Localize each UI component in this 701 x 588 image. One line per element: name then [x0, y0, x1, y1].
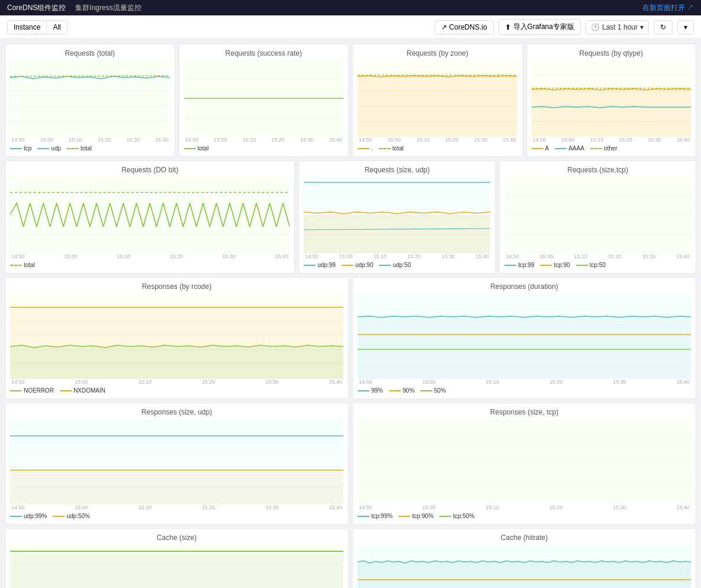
x-axis-requests-total: 14:5015:0015:1015:2015:3015:40 — [10, 137, 170, 143]
toolbar: Instance All ↗ CoreDNS.io ⬆ 导入Grafana专家版… — [0, 15, 701, 39]
nav-ingress[interactable]: 集群Ingress流量监控 — [75, 3, 141, 13]
legend-requests-qtype: A AAAA other — [532, 145, 692, 152]
external-link-icon: ↗ — [441, 23, 447, 31]
time-picker[interactable]: 🕐 Last 1 hour ▾ — [586, 20, 649, 34]
chart-cache-hitrate — [358, 544, 691, 588]
panel-title-cache-hitrate: Cache (hitrate) — [358, 534, 691, 542]
legend-requests-zone: . total — [358, 145, 517, 152]
panel-title-requests-size-tcp: Requests (size,tcp) — [504, 166, 691, 174]
chart-cache-size — [10, 544, 343, 588]
instance-value-btn[interactable]: All — [47, 21, 66, 34]
panel-responses-size-tcp: Responses (size, tcp) 14:5015:0015:1015:… — [352, 403, 696, 525]
panel-title-requests-success: Requests (success rate) — [184, 49, 344, 57]
legend-requests-size-tcp: tcp:99 tcp:90 tcp:50 — [504, 262, 691, 268]
panel-title-requests-qtype: Requests (by qtype) — [532, 49, 692, 57]
chart-requests-success — [184, 60, 344, 137]
x-axis-responses-size-tcp: 14:5015:0015:1015:2015:3015:40 — [358, 505, 691, 510]
x-axis-requests-size-tcp: 14:5015:0015:1015:2015:3015:40 — [504, 253, 691, 259]
legend-responses-rcode: NOERROR NXDOMAIN — [10, 387, 343, 394]
panel-title-responses-rcode: Responses (by rcode) — [10, 282, 343, 291]
clock-icon: 🕐 — [591, 23, 600, 31]
row-4: Responses (size, udp) 14:5015:0015:1015:… — [5, 403, 696, 525]
panel-title-cache-size: Cache (size) — [10, 534, 343, 542]
x-axis-do-bit: 14:5015:0015:1015:2015:3015:40 — [10, 253, 290, 259]
svg-marker-14 — [358, 76, 517, 137]
legend-requests-total: tcp udp total — [10, 145, 170, 152]
time-label: Last 1 hour — [602, 23, 638, 31]
legend-responses-duration: 99% 90% 50% — [358, 387, 691, 394]
chart-responses-size-tcp — [358, 419, 691, 505]
svg-marker-70 — [358, 561, 691, 588]
legend-requests-success: total — [184, 145, 344, 152]
x-axis-responses-duration: 14:5015:0015:1015:2015:3015:40 — [358, 379, 691, 385]
svg-rect-0 — [10, 60, 170, 137]
panel-requests-zone: Requests (by zone) 14:5015:0015:1015:201… — [352, 44, 523, 157]
x-axis-requests-success: 14:5015:0015:1015:2015:3015:40 — [184, 137, 344, 143]
legend-requests-size-udp: udp:99 udp:90 udp:50 — [304, 262, 490, 268]
grafana-import-btn[interactable]: ⬆ 导入Grafana专家版 — [499, 19, 581, 35]
x-axis-responses-size-udp: 14:5015:0015:1015:2015:3015:40 — [10, 505, 343, 510]
x-axis-requests-zone: 14:5015:0015:1015:2015:3015:40 — [358, 137, 517, 143]
row-3: Responses (by rcode) — [5, 277, 696, 399]
dashboard: Requests (total) 14:5015:0015:1015:2015:… — [0, 39, 701, 588]
panel-requests-success: Requests (success rate) 14:5015:0015:101… — [179, 44, 349, 157]
panel-title-responses-duration: Responses (duration) — [358, 282, 691, 291]
panel-title-requests-zone: Requests (by zone) — [358, 49, 517, 57]
refresh-btn[interactable]: ↻ — [654, 20, 673, 34]
panel-responses-duration: Responses (duration) — [352, 277, 696, 399]
x-axis-requests-size-udp: 14:5015:0015:1015:2015:3015:40 — [304, 253, 490, 259]
panel-title-requests-total: Requests (total) — [10, 49, 170, 57]
chart-requests-size-udp — [304, 176, 490, 253]
panel-cache-size: Cache (size) 14:5015:0015:1015:2015:3015… — [5, 528, 349, 588]
svg-marker-20 — [532, 89, 692, 137]
chart-requests-do-bit — [10, 176, 290, 253]
row-1: Requests (total) 14:5015:0015:1015:2015:… — [5, 44, 696, 157]
svg-marker-62 — [10, 551, 343, 588]
panel-responses-rcode: Responses (by rcode) — [5, 277, 349, 399]
panel-requests-do-bit: Requests (DO bit) 14:5015:0015:1015:2015… — [5, 160, 295, 274]
open-new-page-link[interactable]: 在新页面打开 ↗ — [642, 3, 694, 13]
refresh-options-btn[interactable]: ▾ — [677, 20, 694, 34]
nav-coredns[interactable]: CoreDNS组件监控 — [7, 3, 66, 13]
chart-responses-rcode — [10, 293, 343, 379]
toolbar-right: ↗ CoreDNS.io ⬆ 导入Grafana专家版 🕐 Last 1 hou… — [435, 19, 694, 35]
svg-marker-47 — [358, 316, 691, 379]
svg-marker-41 — [10, 345, 343, 379]
panel-title-requests-size-udp: Requests (size, udp) — [304, 166, 490, 174]
panel-requests-qtype: Requests (by qtype) 14:5015:0015:1015:20… — [526, 44, 697, 157]
legend-responses-size-tcp: tcp:99% tcp:90% tcp:50% — [358, 513, 691, 519]
panel-responses-size-udp: Responses (size, udp) 14:5015:0015:1015:… — [5, 403, 349, 525]
instance-label-btn[interactable]: Instance — [8, 21, 47, 34]
panel-requests-size-tcp: Requests (size,tcp) 14:5015:0015:1015:20… — [499, 160, 696, 274]
x-axis-requests-qtype: 14:5015:0015:1015:2015:3015:40 — [532, 137, 692, 143]
legend-responses-size-udp: udp:99% udp:50% — [10, 513, 343, 519]
panel-requests-size-udp: Requests (size, udp) 14:5015:001 — [298, 160, 496, 274]
chevron-down-icon: ▾ — [640, 23, 644, 31]
svg-rect-54 — [358, 419, 691, 505]
svg-marker-53 — [10, 470, 343, 505]
top-bar-nav: CoreDNS组件监控 集群Ingress流量监控 — [7, 3, 142, 13]
chart-requests-total — [10, 60, 170, 137]
chart-requests-qtype — [532, 60, 692, 137]
instance-selector[interactable]: Instance All — [7, 20, 67, 34]
chart-requests-size-tcp — [504, 176, 691, 253]
panel-title-requests-do-bit: Requests (DO bit) — [10, 166, 290, 174]
legend-do-bit: total — [10, 262, 290, 268]
panel-requests-total: Requests (total) 14:5015:0015:1015:2015:… — [5, 44, 175, 157]
top-bar: CoreDNS组件监控 集群Ingress流量监控 在新页面打开 ↗ — [0, 0, 701, 15]
row-2: Requests (DO bit) 14:5015:0015:1015:2015… — [5, 160, 696, 274]
panel-title-responses-size-tcp: Responses (size, tcp) — [358, 408, 691, 416]
row-5: Cache (size) 14:5015:0015:1015:2015:3015… — [5, 528, 696, 588]
chart-requests-zone — [358, 60, 517, 137]
svg-marker-29 — [304, 215, 490, 253]
chart-responses-duration — [358, 293, 691, 379]
chart-responses-size-udp — [10, 419, 343, 505]
x-axis-responses-rcode: 14:5015:0015:1015:2015:3015:40 — [10, 379, 343, 385]
coredns-link-btn[interactable]: ↗ CoreDNS.io — [435, 20, 494, 34]
import-icon: ⬆ — [505, 23, 511, 31]
panel-cache-hitrate: Cache (hitrate) — [352, 528, 696, 588]
panel-title-responses-size-udp: Responses (size, udp) — [10, 408, 343, 416]
